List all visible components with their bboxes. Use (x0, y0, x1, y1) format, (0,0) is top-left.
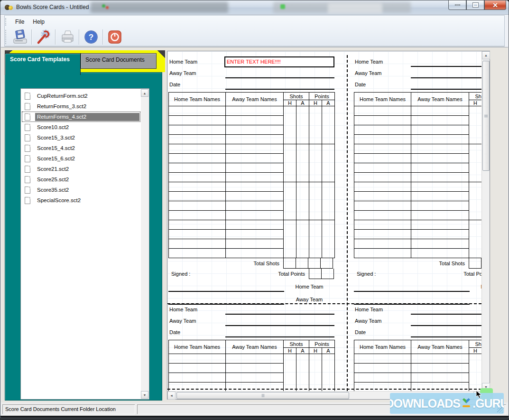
save-button[interactable] (10, 28, 30, 46)
title-bar[interactable]: Bowls Score Cards - Untitled ✕ (0, 0, 509, 15)
column-header: Shots (284, 340, 309, 348)
entry-line (411, 66, 481, 67)
list-item[interactable]: ReturnForms_3.sct2 (22, 101, 140, 112)
enter-text-field[interactable]: ENTER TEXT HERE!!!! (224, 56, 334, 67)
tab-score-card-documents[interactable]: Score Card Documents (81, 53, 157, 69)
scroll-down-icon[interactable]: ▼ (141, 391, 148, 399)
score-cell (469, 354, 482, 392)
file-name: ReturnForms_4.sct2 (35, 113, 139, 121)
exit-button[interactable] (105, 28, 125, 46)
menu-help[interactable]: Help (28, 18, 49, 26)
close-button[interactable]: ✕ (484, 0, 506, 10)
column-header: Shots (469, 340, 482, 348)
field-label: Date (169, 82, 180, 87)
list-item[interactable]: Score35.sct2 (22, 185, 140, 195)
name-cell (226, 144, 284, 154)
total-points-label: Total Points (278, 269, 309, 279)
field-label: Home Team (355, 59, 383, 65)
name-cell (411, 383, 469, 392)
column-subheader: H (309, 100, 322, 106)
score-card: Home TeamAway TeamDateHome Team NamesAwa… (168, 304, 336, 391)
field-label: Date (355, 329, 366, 335)
entry-line (225, 89, 334, 90)
name-cell (411, 135, 469, 144)
field-label: Away Team (169, 318, 196, 324)
list-item[interactable]: Score25.sct2 (22, 174, 140, 185)
list-item[interactable]: Score10.sct2 (22, 122, 140, 132)
list-item[interactable]: Score15_6.sct2 (22, 153, 140, 164)
scroll-up-icon[interactable]: ▲ (482, 51, 490, 59)
background-browser-tab (91, 2, 228, 13)
toolbar: ? (5, 28, 504, 47)
score-table: Home Team NamesAway Team NamesShotsPoint… (354, 92, 481, 258)
name-cell (226, 201, 284, 211)
name-cell (411, 173, 469, 182)
document-icon (25, 93, 30, 100)
name-cell (411, 154, 469, 163)
name-cell (169, 220, 226, 230)
list-item[interactable]: Score15_3.sct2 (22, 132, 140, 143)
list-item[interactable]: ReturnForms_4.sct2 (22, 112, 140, 122)
entry-line (411, 314, 481, 315)
templates-panel: CupReturnForm.sct2ReturnForms_3.sct2Retu… (5, 72, 162, 401)
column-header: Home Team Names (169, 340, 226, 354)
list-item[interactable]: SpecialScore.sct2 (22, 195, 140, 205)
score-cell (296, 220, 309, 258)
scroll-up-icon[interactable]: ▲ (141, 89, 148, 97)
horizontal-scroll-thumb[interactable] (176, 392, 349, 399)
field-label: Date (355, 82, 366, 87)
list-scrollbar[interactable]: ▲ ▼ (141, 89, 148, 399)
name-cell (411, 249, 469, 258)
entry-line (411, 89, 481, 90)
file-name: Score15_4.sct2 (35, 144, 78, 152)
name-cell (169, 106, 226, 116)
name-cell (226, 135, 284, 144)
document-icon (25, 134, 30, 141)
name-cell (169, 135, 226, 144)
app-icon-bowls (5, 3, 13, 11)
document-icon (25, 197, 30, 204)
name-cell (226, 249, 284, 258)
name-cell (411, 211, 469, 220)
file-name: Score15_3.sct2 (35, 134, 78, 142)
score-cell (469, 144, 482, 182)
name-cell (354, 154, 411, 163)
score-cell (296, 354, 309, 392)
total-shots-cell (469, 258, 481, 269)
help-button[interactable]: ? (81, 28, 101, 46)
print-button[interactable] (57, 28, 77, 46)
toolbar-separator (102, 29, 103, 45)
name-cell (169, 249, 226, 258)
scroll-left-icon[interactable]: ◄ (167, 392, 176, 400)
close-icon: ✕ (492, 2, 498, 9)
vertical-scroll-thumb[interactable] (482, 61, 490, 171)
name-cell (226, 230, 284, 239)
menu-file[interactable]: File (11, 18, 28, 26)
signature-line (354, 282, 470, 292)
column-subheader: A (322, 100, 335, 106)
name-cell (354, 106, 411, 116)
name-cell (226, 354, 284, 364)
field-label: Home Team (169, 59, 197, 65)
svg-text:?: ? (89, 33, 93, 42)
name-cell (411, 364, 469, 373)
field-label: Date (169, 329, 180, 335)
tools-button[interactable] (34, 28, 54, 46)
column-header: Away Team Names (411, 340, 469, 354)
maximize-button[interactable] (466, 0, 484, 10)
file-name: Score25.sct2 (35, 176, 72, 184)
name-cell (354, 239, 411, 249)
column-header: Away Team Names (226, 93, 284, 106)
name-cell (411, 182, 469, 192)
document-vertical-scrollbar[interactable]: ▲ ▼ (481, 51, 490, 391)
download-arrow-icon (461, 398, 472, 409)
minimize-button[interactable] (448, 0, 466, 10)
list-item[interactable]: Score15_4.sct2 (22, 143, 140, 153)
toolbar-separator (55, 29, 56, 45)
card-header-row: Away Team (168, 316, 334, 327)
list-item[interactable]: CupReturnForm.sct2 (22, 91, 140, 101)
name-cell (354, 116, 411, 125)
list-item[interactable]: Score21.sct2 (22, 164, 140, 174)
score-cell (296, 106, 309, 144)
tab-score-card-templates[interactable]: Score Card Templates (5, 53, 81, 75)
